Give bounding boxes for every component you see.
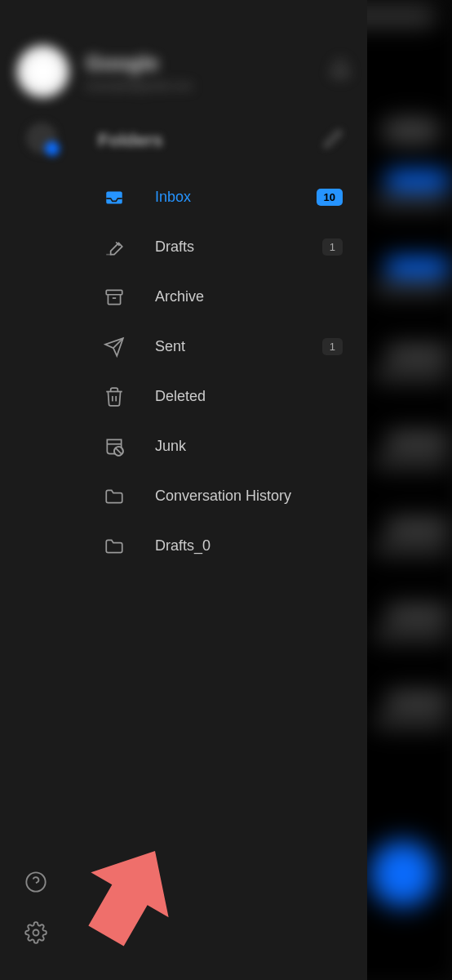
folder-item-drafts[interactable]: Drafts 1 bbox=[0, 222, 367, 272]
svg-rect-1 bbox=[106, 290, 122, 294]
folder-label: Sent bbox=[155, 338, 322, 355]
trash-icon bbox=[102, 386, 126, 408]
svg-point-10 bbox=[33, 930, 39, 936]
folder-item-inbox[interactable]: Inbox 10 bbox=[0, 172, 367, 222]
compose-fab-blurred bbox=[370, 841, 436, 906]
folder-label: Archive bbox=[155, 288, 343, 305]
folder-label: Inbox bbox=[155, 189, 317, 206]
folder-list: Inbox 10 Drafts 1 Archive Sent 1 bbox=[0, 164, 367, 579]
folders-title: Folders bbox=[98, 130, 162, 151]
svg-rect-0 bbox=[106, 191, 122, 203]
folder-item-conversation-history[interactable]: Conversation History bbox=[0, 471, 367, 521]
junk-icon bbox=[102, 436, 126, 457]
archive-icon bbox=[102, 287, 126, 308]
account-header[interactable]: Google example@gmail.com bbox=[0, 0, 367, 114]
notification-icon[interactable] bbox=[330, 60, 351, 84]
folder-item-archive[interactable]: Archive bbox=[0, 272, 367, 322]
svg-point-8 bbox=[26, 872, 45, 891]
folder-label: Drafts bbox=[155, 238, 322, 256]
edit-folders-icon[interactable] bbox=[323, 129, 343, 152]
account-name: Google bbox=[86, 51, 330, 76]
folder-icon bbox=[102, 536, 126, 557]
folder-item-deleted[interactable]: Deleted bbox=[0, 372, 367, 421]
folder-badge: 10 bbox=[317, 189, 343, 206]
folder-label: Drafts_0 bbox=[155, 537, 343, 555]
account-avatar bbox=[16, 45, 69, 98]
folder-icon bbox=[102, 486, 126, 507]
folder-label: Conversation History bbox=[155, 488, 343, 505]
inbox-icon bbox=[102, 187, 126, 208]
folder-item-drafts-0[interactable]: Drafts_0 bbox=[0, 521, 367, 571]
folder-badge: 1 bbox=[322, 238, 343, 256]
folder-item-sent[interactable]: Sent 1 bbox=[0, 322, 367, 372]
folder-label: Junk bbox=[155, 438, 343, 455]
folder-item-junk[interactable]: Junk bbox=[0, 421, 367, 471]
drafts-icon bbox=[102, 237, 126, 258]
account-email: example@gmail.com bbox=[86, 79, 330, 92]
settings-button[interactable] bbox=[24, 921, 47, 947]
folders-section-header: Folders bbox=[0, 129, 367, 164]
folder-label: Deleted bbox=[155, 388, 343, 405]
navigation-drawer: Google example@gmail.com Folders Inbox 1… bbox=[0, 0, 367, 980]
folder-badge: 1 bbox=[322, 338, 343, 355]
help-button[interactable] bbox=[24, 871, 47, 897]
sent-icon bbox=[102, 336, 126, 358]
